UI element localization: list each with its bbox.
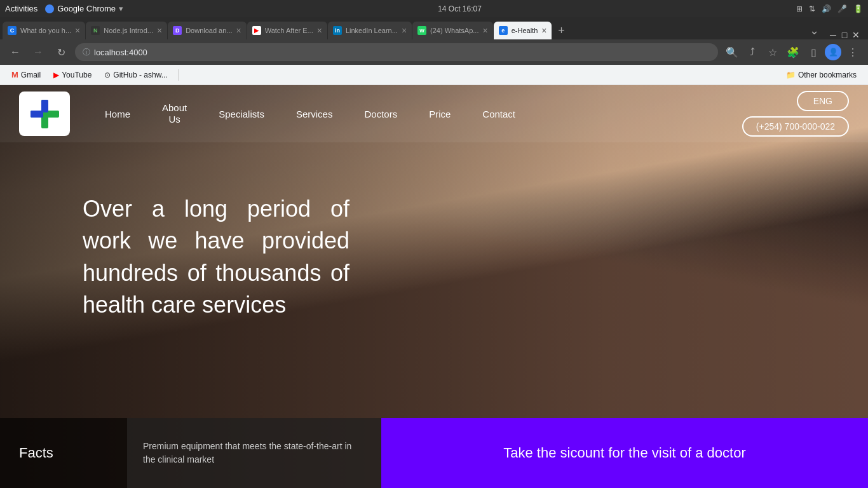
tab-5-close[interactable]: × xyxy=(402,25,407,36)
tab-list-button[interactable]: ⌄ xyxy=(805,22,823,39)
window-controls: ─ □ ✕ xyxy=(824,30,865,39)
other-bookmarks-label: Other bookmarks xyxy=(798,71,857,79)
sidebar-icon[interactable]: ▯ xyxy=(804,43,822,61)
bottom-section: Facts Premium equipment that meets the s… xyxy=(0,418,868,488)
browser-dropdown-icon[interactable]: ▾ xyxy=(119,4,123,13)
nav-services[interactable]: Services xyxy=(280,102,349,126)
share-icon[interactable]: ⤴ xyxy=(743,43,761,61)
hero-content: Over a long period of work we have provi… xyxy=(0,142,868,372)
folder-icon: 📁 xyxy=(786,71,796,79)
tab-5-favicon: in xyxy=(333,26,342,35)
svg-rect-2 xyxy=(41,100,48,112)
activities-label[interactable]: Activities xyxy=(5,4,37,13)
facts-panel: Facts xyxy=(0,418,127,488)
tab-3[interactable]: D Download an... × xyxy=(168,22,247,39)
tab-4[interactable]: ▶ Watch After E... × xyxy=(247,22,327,39)
volume-icon[interactable]: 🔊 xyxy=(822,4,831,13)
tab-4-favicon: ▶ xyxy=(252,26,261,35)
logo-svg xyxy=(27,97,62,132)
browser-chrome: C What do you h... × N Node.js Introd...… xyxy=(0,17,868,85)
browser-indicator: Google Chrome ▾ xyxy=(45,4,123,13)
bookmark-gmail[interactable]: M Gmail xyxy=(6,69,46,81)
nav-links: Home AboutUs Specialists Services Doctor… xyxy=(89,96,742,132)
menu-icon[interactable]: ⋮ xyxy=(844,43,862,61)
tab-3-title: Download an... xyxy=(186,27,232,34)
nav-specialists[interactable]: Specialists xyxy=(203,102,280,126)
grid-icon[interactable]: ⊞ xyxy=(796,4,803,13)
tab-5-title: LinkedIn Learn... xyxy=(346,27,398,34)
browser-name[interactable]: Google Chrome xyxy=(57,4,116,13)
tab-1-close[interactable]: × xyxy=(75,25,80,36)
tab-7-title: e-Health xyxy=(512,27,538,34)
discount-banner[interactable]: Take the sicount for the visit of a doct… xyxy=(381,418,868,488)
nav-actions: ENG (+254) 700-000-022 xyxy=(742,91,849,137)
discount-text: Take the sicount for the visit of a doct… xyxy=(503,445,746,461)
github-label: GitHub - ashw... xyxy=(113,71,167,79)
tab-3-favicon: D xyxy=(173,26,182,35)
bookmark-star-icon[interactable]: ☆ xyxy=(764,43,782,61)
gmail-label: Gmail xyxy=(21,71,41,79)
tab-1-favicon: C xyxy=(8,26,17,35)
battery-icon[interactable]: 🔋 xyxy=(853,4,863,13)
tab-2-title: Node.js Introd... xyxy=(104,27,153,34)
close-window-button[interactable]: ✕ xyxy=(851,30,860,39)
bookmark-github[interactable]: ⊙ GitHub - ashw... xyxy=(99,69,172,81)
chrome-favicon xyxy=(45,4,54,13)
tab-7[interactable]: e e-Health × xyxy=(494,22,552,39)
gmail-favicon: M xyxy=(11,70,18,79)
tab-6-close[interactable]: × xyxy=(482,25,487,36)
nav-price[interactable]: Price xyxy=(413,102,466,126)
tab-2-close[interactable]: × xyxy=(157,25,162,36)
facts-title: Facts xyxy=(19,445,108,461)
tab-1-title: What do you h... xyxy=(20,27,71,34)
tab-2-favicon: N xyxy=(91,26,100,35)
facts-description-text: Premium equipment that meets the state-o… xyxy=(143,440,365,466)
tab-bar: C What do you h... × N Node.js Introd...… xyxy=(0,17,868,39)
tab-5[interactable]: in LinkedIn Learn... × xyxy=(328,22,412,39)
address-bar-actions: 🔍 ⤴ ☆ 🧩 ▯ 👤 ⋮ xyxy=(723,43,862,61)
main-nav: Home AboutUs Specialists Services Doctor… xyxy=(0,85,868,142)
bookmarks-divider xyxy=(178,69,179,81)
address-bar: ← → ↻ ⓘ localhost:4000 🔍 ⤴ ☆ 🧩 ▯ 👤 ⋮ xyxy=(0,39,868,65)
mic-icon[interactable]: 🎤 xyxy=(837,4,847,13)
youtube-label: YouTube xyxy=(62,71,92,79)
site-logo[interactable] xyxy=(19,92,70,136)
other-bookmarks[interactable]: 📁 Other bookmarks xyxy=(781,69,862,81)
forward-button[interactable]: → xyxy=(29,43,47,61)
maximize-button[interactable]: □ xyxy=(840,30,849,39)
tab-4-close[interactable]: × xyxy=(317,25,322,36)
tab-2[interactable]: N Node.js Introd... × xyxy=(86,22,167,39)
bookmark-youtube[interactable]: ▶ YouTube xyxy=(48,69,97,81)
tab-7-favicon: e xyxy=(499,26,508,35)
search-icon[interactable]: 🔍 xyxy=(723,43,741,61)
url-input[interactable]: ⓘ localhost:4000 xyxy=(75,43,718,61)
phone-button[interactable]: (+254) 700-000-022 xyxy=(742,116,849,137)
tab-3-close[interactable]: × xyxy=(236,25,241,36)
reload-button[interactable]: ↻ xyxy=(52,43,70,61)
profile-icon[interactable]: 👤 xyxy=(825,44,841,60)
nav-about[interactable]: AboutUs xyxy=(146,96,203,132)
website-content: Home AboutUs Specialists Services Doctor… xyxy=(0,85,868,488)
minimize-button[interactable]: ─ xyxy=(829,30,837,39)
tab-6-favicon: W xyxy=(417,26,426,35)
extension-icon[interactable]: 🧩 xyxy=(784,43,802,61)
tab-4-title: Watch After E... xyxy=(265,27,313,34)
bookmarks-bar: M Gmail ▶ YouTube ⊙ GitHub - ashw... 📁 O… xyxy=(0,65,868,85)
nav-doctors[interactable]: Doctors xyxy=(348,102,413,126)
youtube-favicon: ▶ xyxy=(53,71,59,79)
language-button[interactable]: ENG xyxy=(797,91,849,111)
tab-1[interactable]: C What do you h... × xyxy=(3,22,85,39)
os-bar: Activities Google Chrome ▾ 14 Oct 16:07 … xyxy=(0,0,868,17)
back-button[interactable]: ← xyxy=(6,43,24,61)
nav-contact[interactable]: Contact xyxy=(466,102,531,126)
hero-headline: Over a long period of work we have provi… xyxy=(83,193,349,322)
nav-home[interactable]: Home xyxy=(89,102,146,126)
svg-rect-3 xyxy=(31,111,43,118)
github-favicon: ⊙ xyxy=(104,71,111,79)
new-tab-button[interactable]: + xyxy=(552,22,570,39)
secure-icon: ⓘ xyxy=(83,47,90,58)
tab-6-title: (24) WhatsAp... xyxy=(430,27,478,34)
tab-6[interactable]: W (24) WhatsAp... × xyxy=(412,22,493,39)
tab-7-close[interactable]: × xyxy=(541,25,546,36)
network-icon[interactable]: ⇅ xyxy=(809,4,815,13)
